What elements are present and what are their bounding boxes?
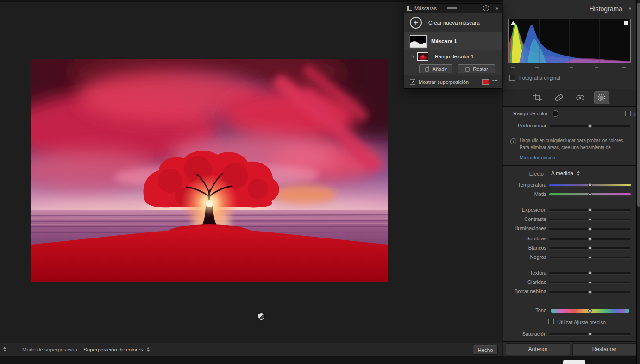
masks-info-icon[interactable]: i: [483, 5, 489, 11]
color-range-row: Rango de color Invertir: [503, 109, 636, 119]
slider-thumb[interactable]: [588, 271, 592, 276]
masking-tool-icon[interactable]: [595, 92, 609, 104]
histogram[interactable]: [508, 19, 631, 63]
whites-slider[interactable]: [549, 247, 631, 249]
refine-slider-row: Perfeccionar: [503, 121, 636, 131]
tint-slider[interactable]: [549, 193, 631, 195]
hint-line-1: Haga clic en cualquier lugar para probar…: [520, 138, 635, 143]
clarity-slider[interactable]: [549, 282, 631, 283]
buttons-divider: [503, 341, 636, 342]
tone-label: Tono: [503, 308, 546, 313]
shadow-clipping-icon[interactable]: [511, 21, 515, 25]
slider-thumb[interactable]: [588, 183, 592, 188]
exposure-slider-row: Exposición: [503, 206, 636, 215]
shadows-slider[interactable]: [549, 238, 631, 240]
texture-slider-row: Textura: [503, 269, 636, 278]
tint-slider-row: Matiz: [503, 190, 636, 199]
shadows-label: Sombras: [503, 236, 546, 241]
slider-thumb[interactable]: [588, 208, 592, 213]
done-button[interactable]: Hecho: [473, 345, 498, 355]
previous-button[interactable]: Anterior: [506, 343, 570, 355]
shadows-slider-row: Sombras: [503, 234, 636, 244]
canvas-toolbar: Modo de superposición: Superposición de …: [0, 343, 502, 356]
show-overlay-checkbox[interactable]: [410, 79, 415, 85]
clarity-slider-row: Claridad: [503, 278, 636, 287]
dehaze-slider-row: Borrar neblina: [503, 287, 636, 296]
slider-thumb[interactable]: [588, 280, 592, 285]
fine-adjust-checkbox[interactable]: [548, 319, 554, 324]
histogram-header[interactable]: Histograma ▼: [503, 0, 636, 17]
saturation-slider[interactable]: [549, 333, 631, 335]
overlay-options-menu[interactable]: •••: [492, 78, 498, 83]
panel-scrollbar[interactable]: [636, 0, 640, 364]
tone-slider[interactable]: [551, 309, 629, 313]
slider-thumb[interactable]: [588, 217, 592, 222]
histogram-ticks: [508, 67, 631, 69]
temperature-label: Temperatura: [503, 182, 546, 188]
whites-slider-row: Blancos: [503, 244, 636, 253]
effect-value: A medida: [551, 170, 573, 176]
healing-tool-icon[interactable]: [552, 92, 566, 104]
slider-thumb[interactable]: [588, 226, 592, 231]
masks-expand-icon[interactable]: »: [495, 5, 498, 12]
collapse-handle-icon[interactable]: [447, 7, 457, 9]
overlay-mode-value: Superposición de colores: [83, 347, 143, 352]
mask-1-thumbnail: [410, 35, 427, 48]
slider-thumb[interactable]: [588, 332, 592, 337]
photo-canvas[interactable]: [31, 59, 388, 282]
slider-thumb[interactable]: [588, 255, 592, 260]
subtract-label: Restar: [473, 66, 488, 72]
reset-button[interactable]: Restaurar: [572, 343, 636, 355]
slider-thumb[interactable]: [588, 237, 592, 241]
slider-thumb[interactable]: [588, 124, 592, 128]
effect-dropdown[interactable]: A medida: [551, 170, 580, 176]
create-new-mask-button[interactable]: + Crear nueva máscara: [404, 13, 502, 32]
mask-1-item[interactable]: Máscara 1: [404, 32, 502, 50]
highlights-slider[interactable]: [549, 228, 631, 230]
tool-strip: [503, 89, 636, 107]
slider-thumb[interactable]: [588, 289, 592, 294]
subtract-icon: [465, 66, 471, 72]
refine-slider[interactable]: [549, 125, 631, 127]
invert-label: Invertir: [633, 111, 636, 117]
dehaze-slider[interactable]: [549, 291, 631, 293]
hint-box: i Haga clic en cualquier lugar para prob…: [503, 135, 636, 164]
original-photo-checkbox[interactable]: [509, 75, 515, 81]
slider-thumb[interactable]: [588, 246, 592, 251]
saturation-label: Saturación: [503, 331, 546, 337]
subtract-button[interactable]: Restar: [458, 64, 495, 73]
color-range-1-item[interactable]: ↳ Rango de color 1: [404, 50, 502, 63]
masks-panel-titlebar[interactable]: Máscaras i »: [404, 4, 502, 13]
contrast-slider[interactable]: [549, 219, 631, 220]
mask-1-label: Máscara 1: [431, 38, 457, 44]
highlight-clipping-icon[interactable]: [624, 21, 628, 25]
texture-slider[interactable]: [549, 272, 631, 274]
red-eye-tool-icon[interactable]: [573, 92, 587, 104]
blacks-slider-row: Negros: [503, 253, 636, 262]
temperature-slider-row: Temperatura: [503, 181, 636, 190]
scrollbar-thumb[interactable]: [637, 3, 640, 207]
overlay-mode-select[interactable]: Superposición de colores: [83, 347, 150, 352]
add-label: Añadir: [433, 66, 447, 72]
overlay-color-swatch[interactable]: [482, 79, 489, 85]
toolbar-toggle-icon[interactable]: [3, 347, 6, 351]
temperature-slider[interactable]: [549, 184, 631, 186]
masks-panel-title: Máscaras: [414, 6, 437, 11]
sampled-color-swatch[interactable]: [552, 110, 558, 117]
slider-thumb[interactable]: [588, 192, 592, 197]
section-divider: [503, 165, 636, 166]
add-button[interactable]: Añadir: [419, 64, 452, 73]
photo-image: [31, 59, 388, 282]
tone-slider-row: Tono: [503, 306, 636, 315]
highlights-label: Iluminaciones: [503, 226, 546, 231]
show-overlay-label: Mostrar superposición: [419, 79, 469, 85]
slider-thumb[interactable]: [588, 308, 592, 313]
invert-checkbox[interactable]: [625, 111, 631, 116]
updown-icon: [147, 347, 150, 352]
blacks-slider[interactable]: [549, 257, 631, 258]
overlay-mode-label: Modo de superposición:: [22, 347, 79, 352]
whites-label: Blancos: [503, 245, 546, 251]
more-info-link[interactable]: Más información: [520, 155, 555, 160]
crop-tool-icon[interactable]: [531, 92, 545, 104]
exposure-slider[interactable]: [549, 209, 631, 211]
